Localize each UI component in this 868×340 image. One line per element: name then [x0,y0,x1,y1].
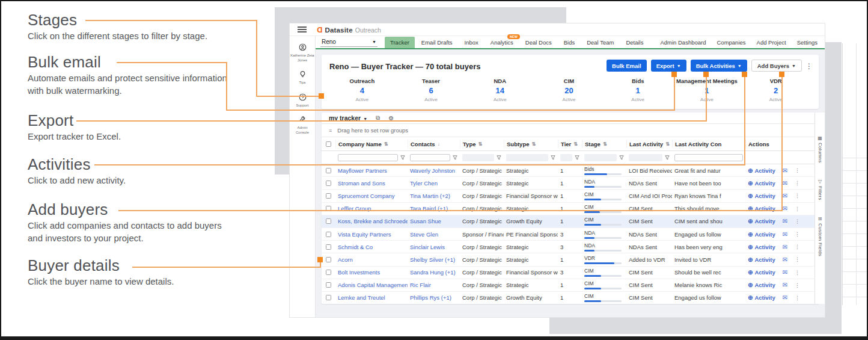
add-activity-button[interactable]: ⊕Activity [748,180,775,187]
row-checkbox[interactable] [326,270,331,275]
contact-link[interactable]: Sinclair Lewis [410,244,445,250]
company-link[interactable]: Mayflower Partners [338,167,387,174]
company-link[interactable]: Sprucemont Company [338,193,395,199]
filter-input[interactable] [674,154,743,161]
company-link[interactable]: Bolt Investments [338,269,380,276]
row-checkbox[interactable] [326,168,331,173]
company-link[interactable]: Vista Equity Partners [338,231,391,238]
email-icon[interactable]: ✉ [783,269,787,276]
add-activity-button[interactable]: ⊕Activity [748,282,775,288]
add-activity-button[interactable]: ⊕Activity [748,231,775,238]
tab-deal-docs[interactable]: Deal Docs [520,37,557,48]
stage-card-cim[interactable]: CIM20Active [534,78,604,102]
tab-inbox[interactable]: Inbox [459,37,484,48]
add-buyers-button[interactable]: Add Buyers▼ [751,60,802,72]
table-row[interactable]: Vista Equity PartnersSteve GlenSponsor /… [322,228,819,241]
table-row[interactable]: Sprucemont CompanyTina Martin (+2)Corp /… [322,190,819,202]
company-link[interactable]: Stroman and Sons [338,180,385,187]
export-button[interactable]: Export▼ [651,60,686,72]
filter-funnel-icon[interactable] [400,155,405,160]
sort-icon[interactable]: ⇅ [478,141,482,147]
stage-card-nda[interactable]: NDA14Active [465,78,534,102]
contact-link[interactable]: Shelby Silver (+1) [410,256,455,263]
add-activity-button[interactable]: ⊕Activity [748,193,775,199]
sort-icon[interactable]: ⇅ [573,141,578,147]
tab-deal-team[interactable]: Deal Team [581,37,619,48]
table-row[interactable]: Lemke and TreutelPhillips Rys (+1)Corp /… [322,292,819,304]
column-header-company-name[interactable]: Company Name⇅ [335,140,408,148]
row-menu-icon[interactable]: ⋮ [795,244,800,250]
add-activity-button[interactable]: ⊕Activity [748,244,775,250]
stage-card-bids[interactable]: Bids1Active [604,78,673,102]
row-menu-icon[interactable]: ⋮ [795,193,800,199]
contact-link[interactable]: Ric Flair [410,282,431,288]
email-icon[interactable]: ✉ [783,167,787,174]
sort-icon[interactable]: ⇅ [665,141,670,147]
tab-email-drafts[interactable]: Email Drafts [416,37,458,48]
row-checkbox[interactable] [326,282,331,288]
email-icon[interactable]: ✉ [783,205,787,212]
row-checkbox[interactable] [326,181,331,186]
table-row[interactable]: Stroman and SonsTyler ChenCorp / Strateg… [322,177,819,190]
company-link[interactable]: Adonis Capital Management [338,282,408,288]
row-checkbox[interactable] [326,218,331,224]
nav-link-add-project[interactable]: Add Project [757,39,786,46]
panel-tab-custom-fields[interactable]: ⊞Custom Fields [818,216,823,256]
filter-funnel-icon[interactable] [619,155,624,160]
header-kebab-icon[interactable]: ⋮ [805,62,813,70]
tab-analytics[interactable]: AnalyticsNEW [485,37,519,48]
table-row[interactable]: Leffler GroupTara Baird (+1)Corp / Strat… [322,203,819,215]
sort-icon[interactable]: ⇅ [531,141,536,147]
nav-link-settings[interactable]: Settings [797,39,818,46]
company-link[interactable]: Acorn [338,256,353,263]
company-link[interactable]: Koss, Brekke and Schroeder [338,218,408,224]
table-row[interactable]: Schmidt & CoSinclair LewisCorp / Strateg… [322,241,819,253]
table-row[interactable]: Bolt InvestmentsSandra Hung (+1)Corp / S… [322,267,819,279]
email-icon[interactable]: ✉ [783,282,787,288]
add-activity-button[interactable]: ⊕Activity [748,294,775,301]
email-icon[interactable]: ✉ [783,244,787,250]
contact-link[interactable]: Waverly Johnston [410,167,455,174]
contact-link[interactable]: Tyler Chen [410,180,438,187]
table-row[interactable]: Mayflower PartnersWaverly JohnstonCorp /… [322,164,819,177]
row-menu-icon[interactable]: ⋮ [795,295,800,301]
rail-item-wrench[interactable]: Admin Console [290,116,314,135]
email-icon[interactable]: ✉ [783,218,787,224]
row-menu-icon[interactable]: ⋮ [795,282,800,288]
column-header-actions[interactable]: Actions [745,140,814,148]
filter-funnel-icon[interactable] [665,155,670,160]
bulk-activities-button[interactable]: Bulk Activities▼ [691,60,747,72]
email-icon[interactable]: ✉ [783,180,787,187]
contact-link[interactable]: Tina Martin (+2) [410,193,450,199]
rail-item-bulb[interactable]: Tips [290,70,314,85]
row-menu-icon[interactable]: ⋮ [795,231,800,237]
rail-item-avatar[interactable]: Katherine Zeta Jones [290,43,314,63]
column-header-type[interactable]: Type⇅ [460,140,504,148]
row-checkbox[interactable] [326,295,331,300]
sort-desc-icon[interactable]: ↓ [438,141,440,147]
filter-funnel-icon[interactable] [453,155,457,160]
contact-link[interactable]: Sandra Hung (+1) [410,269,456,276]
table-row[interactable]: Adonis Capital ManagementRic FlairCorp /… [322,279,819,292]
sort-icon[interactable]: ⇅ [603,141,607,147]
row-menu-icon[interactable]: ⋮ [795,206,800,212]
panel-tab-filter[interactable]: ▽Filters [818,179,823,200]
nav-link-companies[interactable]: Companies [717,39,745,46]
select-all-checkbox[interactable] [326,141,331,147]
filter-input[interactable] [410,154,450,161]
email-icon[interactable]: ✉ [783,193,787,199]
row-menu-icon[interactable]: ⋮ [795,256,800,262]
tab-bids[interactable]: Bids [558,37,580,48]
filter-funnel-icon[interactable] [575,155,579,160]
company-link[interactable]: Lemke and Treutel [338,294,385,301]
row-menu-icon[interactable]: ⋮ [795,218,800,224]
contact-link[interactable]: Susan Shue [410,218,441,224]
table-row[interactable]: AcornShelby Silver (+1)Corp / StrategicS… [322,253,819,266]
contact-link[interactable]: Phillips Rys (+1) [410,294,451,301]
tab-tracker[interactable]: Tracker [385,37,415,48]
panel-tab-columns[interactable]: ▦Columns [818,135,823,163]
tab-details[interactable]: Details [620,37,649,48]
column-header-contacts[interactable]: Contacts↓ [408,140,460,148]
column-header-tier[interactable]: Tier⇅ [558,140,582,148]
row-menu-icon[interactable]: ⋮ [795,180,800,186]
